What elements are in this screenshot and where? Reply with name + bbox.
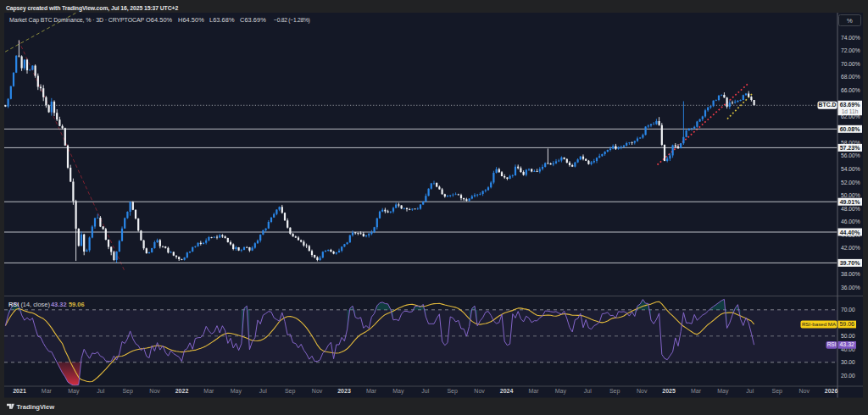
svg-text:Nov: Nov: [798, 388, 810, 394]
svg-text:Mar: Mar: [528, 388, 539, 394]
svg-text:Market Cap BTC Dominance, % ·: Market Cap BTC Dominance, % · 3D · CRYPT…: [9, 17, 144, 24]
svg-text:RSI (14, close): RSI (14, close): [8, 301, 50, 308]
svg-text:54.00%: 54.00%: [841, 166, 860, 172]
svg-text:Sep: Sep: [772, 388, 783, 395]
svg-text:52.00%: 52.00%: [841, 180, 860, 185]
svg-text:BTC.D: BTC.D: [819, 102, 837, 108]
svg-text:Jul: Jul: [97, 388, 104, 394]
svg-text:49.01%: 49.01%: [840, 199, 861, 205]
svg-text:42.00%: 42.00%: [841, 245, 860, 251]
svg-text:39.70%: 39.70%: [840, 260, 861, 266]
svg-text:−0.82 (−1.28%): −0.82 (−1.28%): [274, 17, 310, 24]
svg-text:2024: 2024: [500, 388, 514, 394]
svg-text:%: %: [847, 17, 853, 25]
svg-text:66.00%: 66.00%: [841, 87, 860, 93]
svg-text:Nov: Nov: [312, 388, 323, 394]
svg-text:Sep: Sep: [447, 388, 458, 395]
svg-text:C63.69%: C63.69%: [240, 16, 266, 24]
svg-text:Sep: Sep: [285, 388, 296, 395]
svg-text:2022: 2022: [175, 388, 189, 394]
svg-text:Sep: Sep: [122, 388, 133, 395]
svg-text:20.00: 20.00: [841, 373, 855, 379]
svg-text:Mar: Mar: [691, 388, 702, 394]
svg-text:May: May: [392, 388, 404, 395]
svg-text:59.06: 59.06: [69, 301, 85, 308]
svg-text:Nov: Nov: [637, 388, 648, 394]
svg-text:Jul: Jul: [421, 388, 429, 394]
svg-text:O64.50%: O64.50%: [146, 16, 173, 24]
svg-text:H64.50%: H64.50%: [178, 16, 204, 24]
svg-text:RSI: RSI: [827, 341, 837, 347]
svg-text:2025: 2025: [662, 388, 676, 394]
svg-text:50.00: 50.00: [841, 333, 855, 339]
svg-text:56.00%: 56.00%: [841, 152, 860, 158]
svg-text:May: May: [231, 388, 242, 395]
svg-text:43.32: 43.32: [839, 341, 854, 347]
svg-text:2026: 2026: [825, 388, 838, 394]
svg-text:43.32: 43.32: [51, 301, 67, 308]
svg-text:Mar: Mar: [42, 388, 53, 394]
svg-text:Sep: Sep: [609, 388, 620, 395]
svg-text:Jul: Jul: [746, 388, 754, 394]
svg-text:TradingView: TradingView: [17, 403, 55, 411]
svg-text:May: May: [717, 388, 729, 395]
svg-text:Mar: Mar: [366, 388, 377, 394]
svg-text:30.00: 30.00: [841, 359, 855, 365]
svg-text:2023: 2023: [337, 388, 351, 394]
svg-text:L63.68%: L63.68%: [209, 16, 235, 24]
svg-text:Jul: Jul: [584, 388, 592, 394]
svg-text:Capsey created with TradingVie: Capsey created with TradingView.com, Jul…: [6, 5, 178, 12]
svg-text:2021: 2021: [13, 388, 26, 394]
svg-text:1d 11h: 1d 11h: [842, 108, 859, 114]
svg-text:38.00%: 38.00%: [841, 271, 860, 277]
svg-text:Nov: Nov: [474, 388, 485, 394]
svg-text:48.00%: 48.00%: [841, 206, 860, 212]
svg-text:68.00%: 68.00%: [841, 74, 860, 80]
svg-text:RSI-based MA: RSI-based MA: [802, 321, 837, 327]
svg-text:74.00%: 74.00%: [841, 35, 860, 41]
svg-text:63.69%: 63.69%: [840, 102, 861, 108]
svg-text:59.06: 59.06: [839, 321, 854, 327]
svg-text:44.40%: 44.40%: [840, 230, 861, 235]
svg-text:60.08%: 60.08%: [840, 126, 861, 132]
svg-text:Jul: Jul: [259, 388, 267, 394]
svg-text:Mar: Mar: [203, 388, 214, 394]
svg-text:50.00%: 50.00%: [841, 192, 860, 198]
svg-text:57.23%: 57.23%: [840, 145, 861, 151]
svg-text:Nov: Nov: [149, 388, 160, 394]
svg-text:May: May: [555, 388, 567, 395]
svg-text:May: May: [68, 388, 80, 395]
svg-text:46.00%: 46.00%: [841, 219, 860, 224]
svg-text:70.00%: 70.00%: [841, 61, 860, 67]
svg-text:36.00%: 36.00%: [841, 285, 860, 290]
svg-text:70.00: 70.00: [841, 307, 855, 313]
svg-text:72.00%: 72.00%: [841, 47, 860, 53]
